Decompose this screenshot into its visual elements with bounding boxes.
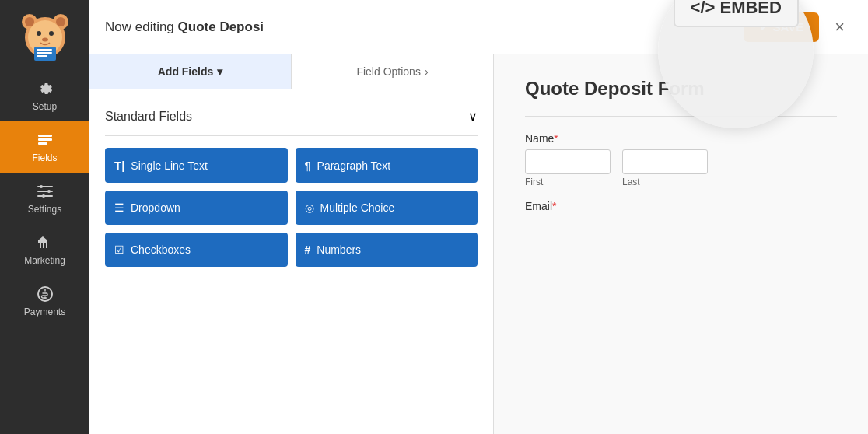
settings-icon <box>36 182 54 201</box>
field-btn-numbers[interactable]: # Numbers <box>296 233 478 267</box>
close-button[interactable]: × <box>827 13 852 41</box>
svg-point-4 <box>56 17 65 26</box>
multiple-choice-icon: ◎ <box>305 201 314 214</box>
header-title: Now editing Quote Deposi <box>105 19 736 35</box>
first-name-wrap: First <box>525 149 611 187</box>
name-fields: First Last <box>525 149 837 187</box>
header-actions: </> EMBED ✓ SAVE × <box>736 12 852 42</box>
svg-point-18 <box>42 194 45 198</box>
sidebar-item-fields-label: Fields <box>32 152 57 163</box>
svg-point-16 <box>40 185 43 188</box>
last-label: Last <box>622 177 708 187</box>
tab-field-options[interactable]: Field Options › <box>292 54 493 89</box>
email-label: Email* <box>525 200 837 212</box>
sidebar-item-payments[interactable]: Payments <box>0 275 89 327</box>
payments-icon <box>36 285 54 303</box>
fields-icon <box>36 131 54 149</box>
checkboxes-icon: ☑ <box>114 243 124 256</box>
svg-rect-12 <box>37 55 47 57</box>
field-btn-checkboxes[interactable]: ☑ Checkboxes <box>105 233 288 267</box>
sidebar-item-settings[interactable]: Settings <box>0 173 89 224</box>
sidebar-item-marketing-label: Marketing <box>24 255 65 266</box>
svg-rect-11 <box>37 52 52 54</box>
form-preview: Quote Deposit Form Name* First Last <box>494 54 868 434</box>
form-name-group: Name* First Last <box>525 132 837 187</box>
section-divider <box>105 135 478 136</box>
fields-section: Standard Fields ∨ T| Single Line Text ¶ … <box>89 89 493 434</box>
sidebar: Setup Fields Settings Marketing Payments <box>0 0 89 434</box>
svg-point-3 <box>25 17 34 26</box>
single-line-icon: T| <box>114 159 124 172</box>
svg-rect-14 <box>38 138 52 141</box>
first-label: First <box>525 177 611 187</box>
header: Now editing Quote Deposi </> EMBED ✓ SAV… <box>89 0 868 54</box>
paragraph-icon: ¶ <box>305 159 311 172</box>
collapse-icon: ∨ <box>468 109 478 124</box>
gear-icon <box>36 79 54 98</box>
dropdown-icon: ☰ <box>114 201 124 214</box>
sidebar-item-payments-label: Payments <box>24 306 65 317</box>
marketing-icon <box>36 233 54 252</box>
form-divider <box>525 116 837 117</box>
main-area: Now editing Quote Deposi </> EMBED ✓ SAV… <box>89 0 868 434</box>
field-btn-paragraph[interactable]: ¶ Paragraph Text <box>296 148 478 183</box>
svg-point-8 <box>42 38 48 42</box>
embed-button[interactable]: </> EMBED <box>674 0 799 27</box>
sidebar-item-setup[interactable]: Setup <box>0 70 89 121</box>
standard-fields-header[interactable]: Standard Fields ∨ <box>105 101 478 131</box>
last-name-input[interactable] <box>622 149 708 174</box>
numbers-icon: # <box>305 243 311 256</box>
left-panel: Add Fields ▾ Field Options › Standard Fi… <box>89 54 494 434</box>
svg-point-17 <box>47 190 51 193</box>
svg-point-6 <box>37 31 41 36</box>
form-email-group: Email* <box>525 200 837 212</box>
svg-rect-15 <box>38 142 47 145</box>
svg-rect-13 <box>38 135 52 137</box>
tabs-bar: Add Fields ▾ Field Options › <box>89 54 493 89</box>
sidebar-item-fields[interactable]: Fields <box>0 121 89 173</box>
field-btn-single-line[interactable]: T| Single Line Text <box>105 148 288 183</box>
svg-rect-10 <box>37 49 52 51</box>
section-title: Standard Fields <box>105 110 192 124</box>
field-btn-dropdown[interactable]: ☰ Dropdown <box>105 191 288 225</box>
last-name-wrap: Last <box>622 149 708 187</box>
first-name-input[interactable] <box>525 149 611 174</box>
field-btn-multiple-choice[interactable]: ◎ Multiple Choice <box>296 191 478 225</box>
app-logo <box>17 8 73 64</box>
sidebar-item-settings-label: Settings <box>28 204 61 215</box>
sidebar-item-marketing[interactable]: Marketing <box>0 224 89 275</box>
name-label: Name* <box>525 132 837 145</box>
sidebar-item-setup-label: Setup <box>33 101 57 112</box>
field-grid: T| Single Line Text ¶ Paragraph Text ☰ D… <box>105 148 478 267</box>
tab-add-fields[interactable]: Add Fields ▾ <box>89 54 292 89</box>
svg-point-7 <box>49 31 54 36</box>
